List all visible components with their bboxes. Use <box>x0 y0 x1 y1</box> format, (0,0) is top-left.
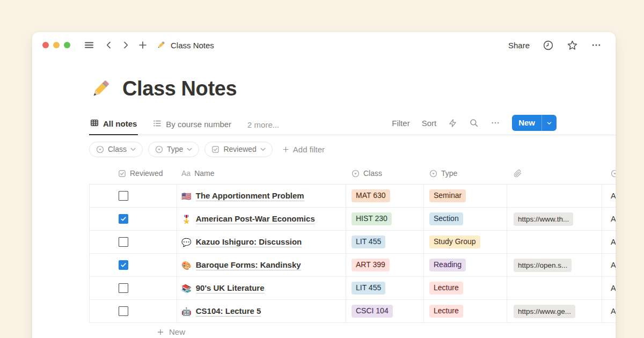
truncated-cell[interactable]: A <box>602 208 616 230</box>
chevron-down-icon <box>130 148 136 151</box>
page-icon-pencil[interactable] <box>89 78 112 100</box>
class-cell[interactable]: LIT 455 <box>346 231 424 253</box>
minimize-window-button[interactable] <box>53 42 60 48</box>
class-cell[interactable]: LIT 455 <box>346 277 424 299</box>
reviewed-cell[interactable] <box>89 300 177 322</box>
truncated-cell[interactable]: A <box>602 254 616 276</box>
materials-url-pill[interactable]: https://open.s... <box>514 259 572 272</box>
type-cell[interactable]: Lecture <box>424 277 507 299</box>
close-window-button[interactable] <box>42 42 49 48</box>
sort-button[interactable]: Sort <box>422 119 437 128</box>
tab-all-notes[interactable]: All notes <box>89 114 138 135</box>
new-button[interactable]: New <box>512 115 541 131</box>
filter-button[interactable]: Filter <box>392 119 409 128</box>
type-cell[interactable]: Seminar <box>424 185 507 207</box>
page-title[interactable]: Class Notes <box>122 77 237 100</box>
class-cell[interactable]: ART 399 <box>346 254 424 276</box>
name-cell[interactable]: 🇺🇸The Apportionment Problem <box>177 185 346 207</box>
materials-cell[interactable]: https://www.ge... <box>507 300 602 322</box>
forward-icon[interactable] <box>121 41 130 49</box>
type-cell[interactable]: Lecture <box>424 300 507 322</box>
column-header-class[interactable]: Class <box>346 163 424 184</box>
name-cell[interactable]: 🤖CS104: Lecture 5 <box>177 300 346 322</box>
share-button[interactable]: Share <box>508 41 530 50</box>
class-cell[interactable]: MAT 630 <box>346 185 424 207</box>
materials-cell[interactable] <box>507 277 602 299</box>
new-button-chevron-down-icon[interactable] <box>542 115 557 131</box>
column-header-type[interactable]: Type <box>424 163 507 184</box>
new-row-button[interactable]: New <box>157 327 616 336</box>
tag-red: Lecture <box>429 282 463 295</box>
materials-cell[interactable]: https://www.th... <box>507 208 602 230</box>
note-page-link[interactable]: 90's UK Literature <box>196 283 265 293</box>
materials-url-pill[interactable]: https://www.ge... <box>514 305 575 318</box>
materials-cell[interactable] <box>507 231 602 253</box>
new-page-icon[interactable] <box>138 40 148 50</box>
column-header-truncated[interactable] <box>602 163 616 184</box>
truncated-cell[interactable]: A <box>602 231 616 253</box>
reviewed-cell[interactable] <box>89 208 177 230</box>
type-cell[interactable]: Section <box>424 208 507 230</box>
materials-url-pill[interactable]: https://www.th... <box>514 212 573 226</box>
class-cell[interactable]: HIST 230 <box>346 208 424 230</box>
filter-chip-reviewed[interactable]: Reviewed <box>204 142 272 157</box>
page-header: Class Notes <box>89 77 616 100</box>
checkbox-unchecked[interactable] <box>119 283 128 293</box>
name-cell[interactable]: 💬Kazuo Ishiguro: Discussion <box>177 231 346 253</box>
add-filter-button[interactable]: Add filter <box>282 145 325 154</box>
checkbox-checked[interactable] <box>119 260 128 270</box>
reviewed-cell[interactable] <box>89 254 177 276</box>
chip-label: Reviewed <box>223 145 256 153</box>
automations-lightning-icon[interactable] <box>448 119 457 128</box>
updates-clock-icon[interactable] <box>543 40 554 51</box>
more-options-icon[interactable] <box>591 40 602 50</box>
tag-orange: Seminar <box>429 189 466 202</box>
column-header-name[interactable]: Aa Name <box>177 163 346 184</box>
column-header-materials[interactable] <box>507 163 602 184</box>
truncated-cell[interactable]: A <box>602 185 616 207</box>
truncated-cell[interactable]: A <box>602 277 616 299</box>
materials-cell[interactable] <box>507 185 602 207</box>
tag-green: HIST 230 <box>352 212 392 225</box>
note-page-link[interactable]: American Post-War Economics <box>196 214 315 224</box>
tab-by-course-number[interactable]: By course number <box>152 115 232 135</box>
back-icon[interactable] <box>105 41 113 49</box>
checkbox-unchecked[interactable] <box>119 306 128 316</box>
checkbox-unchecked[interactable] <box>119 191 128 201</box>
breadcrumb[interactable]: Class Notes <box>156 40 214 50</box>
tab-more-views[interactable]: 2 more... <box>246 116 280 135</box>
select-icon <box>96 145 104 153</box>
type-cell[interactable]: Study Group <box>424 231 507 253</box>
filter-chip-type[interactable]: Type <box>148 142 199 157</box>
reviewed-cell[interactable] <box>89 231 177 253</box>
checkbox-checked[interactable] <box>119 214 128 224</box>
name-cell[interactable]: 🎖️American Post-War Economics <box>177 208 346 230</box>
note-page-link[interactable]: CS104: Lecture 5 <box>196 306 261 317</box>
truncated-cell[interactable]: A <box>602 300 616 322</box>
column-header-reviewed[interactable]: Reviewed <box>89 163 177 184</box>
sidebar-menu-icon[interactable] <box>84 40 94 50</box>
note-page-link[interactable]: Kazuo Ishiguro: Discussion <box>196 237 302 247</box>
zoom-window-button[interactable] <box>64 42 70 48</box>
name-cell[interactable]: 🎨Baroque Forms: Kandinsky <box>177 254 346 276</box>
reviewed-cell[interactable] <box>89 185 177 207</box>
note-page-link[interactable]: Baroque Forms: Kandinsky <box>196 260 301 270</box>
view-more-options-icon[interactable] <box>491 118 500 128</box>
tab-label: All notes <box>103 119 137 128</box>
table-row: 🎨Baroque Forms: KandinskyART 399Readingh… <box>89 254 616 277</box>
favorite-star-icon[interactable] <box>567 40 578 51</box>
search-icon[interactable] <box>469 118 479 128</box>
class-cell[interactable]: CSCI 104 <box>346 300 424 322</box>
reviewed-cell[interactable] <box>89 277 177 299</box>
truncated-cell-text: A <box>611 307 616 315</box>
tag-blue: Section <box>429 212 463 225</box>
checkbox-unchecked[interactable] <box>119 237 128 247</box>
type-cell[interactable]: Reading <box>424 254 507 276</box>
filter-chip-class[interactable]: Class <box>89 142 143 157</box>
new-row-label: New <box>169 327 185 336</box>
name-cell[interactable]: 📚90's UK Literature <box>177 277 346 299</box>
select-icon <box>352 170 360 178</box>
materials-cell[interactable]: https://open.s... <box>507 254 602 276</box>
plus-icon <box>282 146 289 153</box>
note-page-link[interactable]: The Apportionment Problem <box>196 191 304 201</box>
